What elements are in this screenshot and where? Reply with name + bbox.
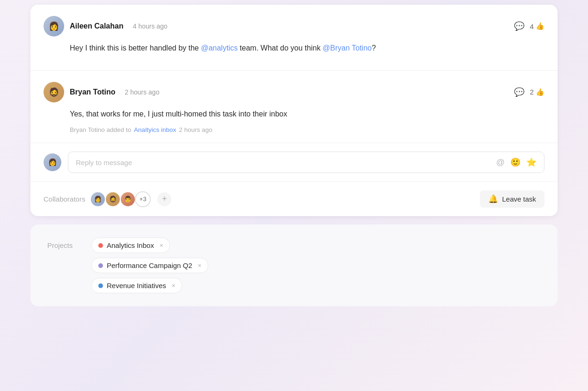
- text-after: ?: [372, 44, 376, 52]
- like-count-aileen: 4 👍: [530, 22, 544, 30]
- close-analytics-inbox[interactable]: ×: [160, 242, 163, 249]
- collaborators-more[interactable]: +3: [135, 191, 151, 207]
- activity-link-analytics-inbox[interactable]: Analtyics inbox: [134, 126, 176, 133]
- projects-tags: Analytics Inbox × Performance Campaign Q…: [91, 238, 208, 293]
- mention-analytics[interactable]: @analytics: [201, 44, 238, 52]
- collaborators-section: Collaborators 👩 🧔 👨 +3 + 🔔 Leave task: [30, 182, 558, 216]
- reply-section: 👩 Reply to message @ 🙂 ⭐: [30, 143, 558, 182]
- main-container: 👩 Aileen Calahan 4 hours ago 💬 4 👍 Hey I…: [0, 0, 588, 391]
- like-count-bryan: 2 👍: [530, 88, 544, 96]
- tag-dot-analytics-inbox: [98, 243, 103, 248]
- text-before-mention: Hey I think this is better handled by th…: [70, 44, 201, 52]
- tag-dot-performance-campaign: [98, 263, 103, 268]
- comment-actions-aileen: 💬 4 👍: [514, 21, 544, 31]
- project-name-performance-campaign: Performance Campaign Q2: [107, 261, 192, 269]
- leave-task-label: Leave task: [502, 195, 536, 203]
- project-name-revenue-initiatives: Revenue Initiatives: [107, 282, 166, 290]
- reply-icon-aileen[interactable]: 💬: [514, 21, 524, 31]
- comment-aileen: 👩 Aileen Calahan 4 hours ago 💬 4 👍 Hey I…: [30, 5, 558, 71]
- author-name-bryan: Bryan Totino: [70, 88, 115, 96]
- activity-timestamp: 2 hours ago: [179, 126, 212, 133]
- comment-text-aileen: Hey I think this is better handled by th…: [70, 42, 544, 54]
- comment-body-aileen: Hey I think this is better handled by th…: [44, 42, 544, 54]
- projects-panel: Projects Analytics Inbox × Performance C…: [30, 224, 558, 306]
- collaborator-avatar-3[interactable]: 👨: [120, 191, 136, 207]
- avatar-bryan: 🧔: [44, 82, 64, 102]
- project-name-analytics-inbox: Analytics Inbox: [107, 241, 154, 249]
- activity-prefix: Bryan Totino added to: [70, 126, 131, 133]
- comment-header-aileen: 👩 Aileen Calahan 4 hours ago 💬 4 👍: [44, 16, 544, 36]
- text-middle: team. What do you think: [238, 44, 323, 52]
- author-name-aileen: Aileen Calahan: [70, 22, 124, 30]
- projects-row: Projects Analytics Inbox × Performance C…: [47, 238, 541, 293]
- activity-line-bryan: Bryan Totino added to Analtyics inbox 2 …: [70, 126, 544, 133]
- collaborator-avatar-1[interactable]: 👩: [90, 191, 106, 207]
- mention-bryan[interactable]: @Bryan Totino: [323, 44, 372, 52]
- comments-section: 👩 Aileen Calahan 4 hours ago 💬 4 👍 Hey I…: [30, 5, 558, 216]
- comment-actions-bryan: 💬 2 👍: [514, 87, 544, 97]
- timestamp-bryan: 2 hours ago: [125, 88, 159, 96]
- project-tag-analytics-inbox[interactable]: Analytics Inbox ×: [91, 238, 170, 253]
- comment-bryan: 🧔 Bryan Totino 2 hours ago 💬 2 👍 Yes, th…: [30, 71, 558, 144]
- collaborators-avatars: 👩 🧔 👨 +3: [90, 191, 151, 207]
- close-revenue-initiatives[interactable]: ×: [172, 282, 176, 289]
- bell-icon: 🔔: [488, 194, 498, 204]
- comment-author-info-aileen: 👩 Aileen Calahan 4 hours ago: [44, 16, 168, 36]
- at-icon[interactable]: @: [496, 158, 505, 167]
- like-number-aileen: 4: [530, 22, 534, 30]
- project-tag-performance-campaign[interactable]: Performance Campaign Q2 ×: [91, 258, 208, 273]
- close-performance-campaign[interactable]: ×: [198, 262, 202, 269]
- projects-label: Projects: [47, 238, 80, 249]
- reply-icon-bryan[interactable]: 💬: [514, 87, 524, 97]
- like-number-bryan: 2: [530, 88, 534, 96]
- star-icon[interactable]: ⭐: [526, 157, 537, 167]
- reply-icons: @ 🙂 ⭐: [496, 157, 537, 167]
- comment-text-bryan: Yes, that works for me, I just multi-hom…: [70, 108, 544, 120]
- comment-header-bryan: 🧔 Bryan Totino 2 hours ago 💬 2 👍: [44, 82, 544, 102]
- thumbs-up-icon-aileen[interactable]: 👍: [536, 22, 544, 30]
- avatar-reply-user: 👩: [44, 153, 61, 171]
- project-tag-revenue-initiatives[interactable]: Revenue Initiatives ×: [91, 278, 182, 293]
- tag-dot-revenue-initiatives: [98, 283, 103, 288]
- comment-body-bryan: Yes, that works for me, I just multi-hom…: [44, 108, 544, 134]
- avatar-aileen: 👩: [44, 16, 64, 36]
- collaborator-avatar-2[interactable]: 🧔: [105, 191, 121, 207]
- collaborators-left: Collaborators 👩 🧔 👨 +3 +: [44, 191, 171, 207]
- timestamp-aileen: 4 hours ago: [133, 22, 168, 30]
- collaborators-label: Collaborators: [44, 195, 85, 203]
- comment-author-info-bryan: 🧔 Bryan Totino 2 hours ago: [44, 82, 159, 102]
- emoji-icon[interactable]: 🙂: [510, 157, 521, 167]
- reply-placeholder: Reply to message: [76, 159, 132, 167]
- thumbs-up-icon-bryan[interactable]: 👍: [536, 88, 544, 96]
- reply-input-container[interactable]: Reply to message @ 🙂 ⭐: [68, 152, 544, 173]
- add-collaborator-button[interactable]: +: [157, 192, 171, 206]
- leave-task-button[interactable]: 🔔 Leave task: [480, 190, 544, 208]
